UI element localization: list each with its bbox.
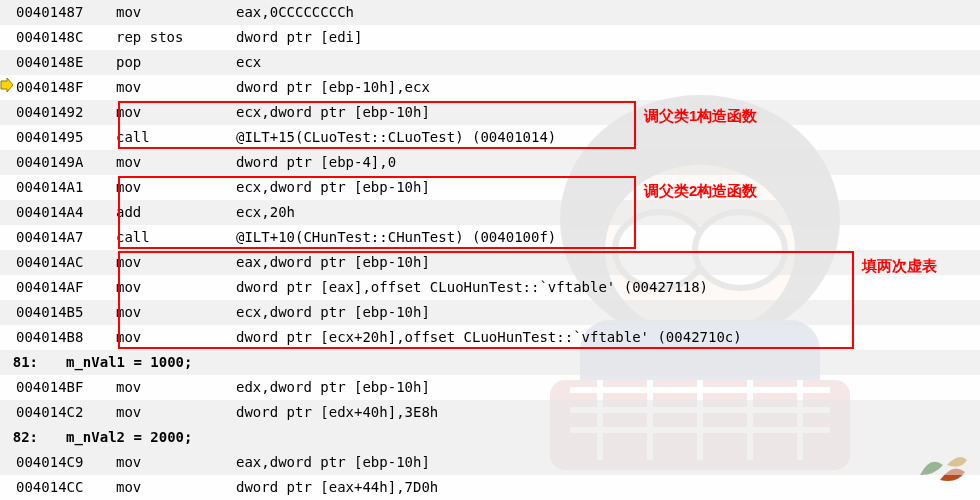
mnemonic: mov bbox=[116, 275, 236, 300]
mnemonic: add bbox=[116, 200, 236, 225]
operands: dword ptr [eax],offset CLuoHunTest::`vft… bbox=[236, 275, 980, 300]
operands: eax,dword ptr [ebp-10h] bbox=[236, 450, 980, 475]
operands: dword ptr [ebp-10h],ecx bbox=[236, 75, 980, 100]
address: 004014AF bbox=[16, 275, 116, 300]
asm-row[interactable]: 004014C9moveax,dword ptr [ebp-10h] bbox=[0, 450, 980, 475]
operands: ecx,20h bbox=[236, 200, 980, 225]
operands: dword ptr [eax+44h],7D0h bbox=[236, 475, 980, 500]
operands: dword ptr [ebp-4],0 bbox=[236, 150, 980, 175]
asm-row[interactable]: 004014CCmovdword ptr [eax+44h],7D0h bbox=[0, 475, 980, 500]
address: 0040148C bbox=[16, 25, 116, 50]
asm-row[interactable]: 00401487moveax,0CCCCCCCCh bbox=[0, 0, 980, 25]
source-line-row[interactable]: 81:m_nVal1 = 1000; bbox=[0, 350, 980, 375]
operands: ecx,dword ptr [ebp-10h] bbox=[236, 100, 980, 125]
mnemonic: call bbox=[116, 225, 236, 250]
current-line-arrow-icon bbox=[0, 78, 14, 92]
asm-row[interactable]: 0040148Epopecx bbox=[0, 50, 980, 75]
address: 004014C2 bbox=[16, 400, 116, 425]
address: 004014B5 bbox=[16, 300, 116, 325]
mnemonic: mov bbox=[116, 450, 236, 475]
operands: dword ptr [ecx+20h],offset CLuoHunTest::… bbox=[236, 325, 980, 350]
source-line-number: 82: bbox=[0, 425, 42, 450]
address: 004014B8 bbox=[16, 325, 116, 350]
disassembly-listing[interactable]: 00401487moveax,0CCCCCCCCh0040148Crep sto… bbox=[0, 0, 980, 500]
mnemonic: mov bbox=[116, 100, 236, 125]
mnemonic: mov bbox=[116, 250, 236, 275]
mnemonic: mov bbox=[116, 150, 236, 175]
source-line-number: 81: bbox=[0, 350, 42, 375]
asm-row[interactable]: 004014A1movecx,dword ptr [ebp-10h] bbox=[0, 175, 980, 200]
asm-row[interactable]: 004014C2movdword ptr [edx+40h],3E8h bbox=[0, 400, 980, 425]
address: 004014A4 bbox=[16, 200, 116, 225]
asm-row[interactable]: 00401495call@ILT+15(CLuoTest::CLuoTest) … bbox=[0, 125, 980, 150]
asm-row[interactable]: 00401492movecx,dword ptr [ebp-10h] bbox=[0, 100, 980, 125]
mnemonic: mov bbox=[116, 75, 236, 100]
mnemonic: mov bbox=[116, 400, 236, 425]
asm-row[interactable]: 0040148Crep stosdword ptr [edi] bbox=[0, 25, 980, 50]
address: 004014A1 bbox=[16, 175, 116, 200]
mnemonic: pop bbox=[116, 50, 236, 75]
asm-row[interactable]: 004014B5movecx,dword ptr [ebp-10h] bbox=[0, 300, 980, 325]
address: 004014AC bbox=[16, 250, 116, 275]
asm-row[interactable]: 0040149Amovdword ptr [ebp-4],0 bbox=[0, 150, 980, 175]
operands: @ILT+10(CHunTest::CHunTest) (0040100f) bbox=[236, 225, 980, 250]
operands: ecx bbox=[236, 50, 980, 75]
operands: ecx,dword ptr [ebp-10h] bbox=[236, 175, 980, 200]
address: 0040149A bbox=[16, 150, 116, 175]
operands: @ILT+15(CLuoTest::CLuoTest) (00401014) bbox=[236, 125, 980, 150]
asm-row[interactable]: 004014ACmoveax,dword ptr [ebp-10h] bbox=[0, 250, 980, 275]
operands: eax,dword ptr [ebp-10h] bbox=[236, 250, 980, 275]
operands: dword ptr [edx+40h],3E8h bbox=[236, 400, 980, 425]
mnemonic: rep stos bbox=[116, 25, 236, 50]
asm-row[interactable]: 004014BFmovedx,dword ptr [ebp-10h] bbox=[0, 375, 980, 400]
asm-row[interactable]: 0040148Fmovdword ptr [ebp-10h],ecx bbox=[0, 75, 980, 100]
mnemonic: mov bbox=[116, 300, 236, 325]
address: 004014C9 bbox=[16, 450, 116, 475]
address: 004014A7 bbox=[16, 225, 116, 250]
mnemonic: call bbox=[116, 125, 236, 150]
operands: edx,dword ptr [ebp-10h] bbox=[236, 375, 980, 400]
source-code-text: m_nVal1 = 1000; bbox=[42, 350, 980, 375]
address: 00401495 bbox=[16, 125, 116, 150]
asm-row[interactable]: 004014AFmovdword ptr [eax],offset CLuoHu… bbox=[0, 275, 980, 300]
source-code-text: m_nVal2 = 2000; bbox=[42, 425, 980, 450]
address: 00401487 bbox=[16, 0, 116, 25]
address: 0040148F bbox=[16, 75, 116, 100]
asm-row[interactable]: 004014A4addecx,20h bbox=[0, 200, 980, 225]
asm-row[interactable]: 004014B8movdword ptr [ecx+20h],offset CL… bbox=[0, 325, 980, 350]
operands: dword ptr [edi] bbox=[236, 25, 980, 50]
operands: ecx,dword ptr [ebp-10h] bbox=[236, 300, 980, 325]
address: 0040148E bbox=[16, 50, 116, 75]
mnemonic: mov bbox=[116, 0, 236, 25]
mnemonic: mov bbox=[116, 475, 236, 500]
address: 004014CC bbox=[16, 475, 116, 500]
address: 00401492 bbox=[16, 100, 116, 125]
operands: eax,0CCCCCCCCh bbox=[236, 0, 980, 25]
mnemonic: mov bbox=[116, 175, 236, 200]
address: 004014BF bbox=[16, 375, 116, 400]
source-line-row[interactable]: 82:m_nVal2 = 2000; bbox=[0, 425, 980, 450]
mnemonic: mov bbox=[116, 325, 236, 350]
mnemonic: mov bbox=[116, 375, 236, 400]
asm-row[interactable]: 004014A7call@ILT+10(CHunTest::CHunTest) … bbox=[0, 225, 980, 250]
